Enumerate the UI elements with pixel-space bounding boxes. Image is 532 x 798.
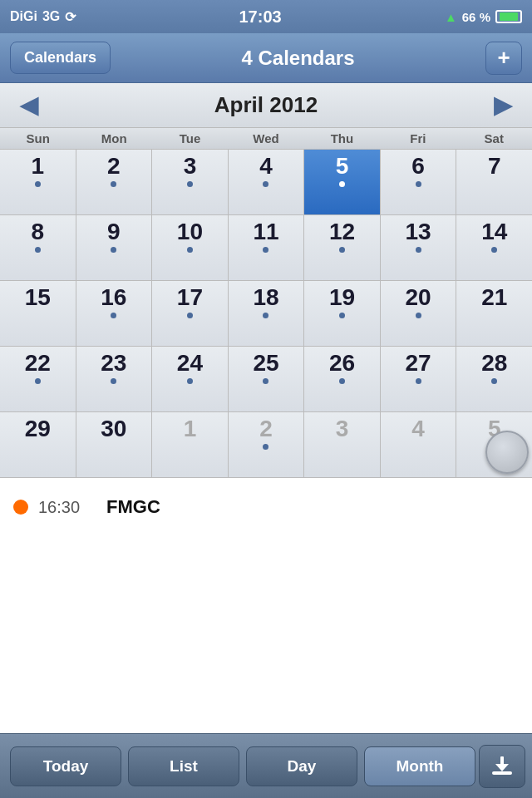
day-header-sun: Sun [0, 128, 76, 149]
battery-icon [495, 10, 522, 23]
day-number: 17 [177, 286, 203, 309]
calendar-cell-9[interactable]: 9 [76, 215, 152, 280]
prev-month-button[interactable]: ◀ [17, 91, 42, 119]
calendar-cell-6[interactable]: 6 [381, 150, 456, 214]
event-dot [187, 247, 193, 253]
status-right: ▲ 66 % [445, 10, 522, 24]
bottom-toolbar: Today List Day Month [0, 733, 532, 798]
event-dot [263, 444, 268, 450]
day-number: 25 [253, 352, 278, 375]
day-number: 12 [329, 220, 355, 244]
event-dot [263, 313, 268, 318]
calendar-cell-23[interactable]: 23 [76, 347, 152, 411]
event-item[interactable]: 16:30FMGC [13, 491, 519, 523]
calendar-cell-17[interactable]: 17 [152, 281, 228, 346]
event-time: 16:30 [38, 498, 96, 517]
calendar-cell-20[interactable]: 20 [381, 281, 456, 346]
next-month-button[interactable]: ▶ [490, 91, 515, 119]
calendar-cell-13[interactable]: 13 [381, 215, 456, 280]
today-button[interactable]: Today [10, 746, 121, 786]
status-bar: DiGi 3G ⟳ 17:03 ▲ 66 % [0, 0, 532, 33]
battery-percent: 66 % [462, 10, 490, 24]
calendar-cell-14[interactable]: 14 [456, 215, 532, 280]
svg-marker-2 [495, 764, 509, 771]
calendar-cell-8[interactable]: 8 [0, 215, 76, 280]
event-dot [416, 313, 421, 318]
event-dot [339, 313, 345, 318]
day-header-thu: Thu [304, 128, 380, 149]
day-header-sat: Sat [456, 128, 532, 149]
content-area: ◀ April 2012 ▶ SunMonTueWedThuFriSat 123… [0, 83, 532, 733]
day-number: 3 [184, 155, 197, 178]
day-header-tue: Tue [152, 128, 228, 149]
calendar-cell-15[interactable]: 15 [0, 281, 76, 346]
event-dot [35, 247, 41, 253]
event-dot [416, 247, 421, 253]
calendar-cell-18[interactable]: 18 [229, 281, 304, 346]
month-button[interactable]: Month [364, 746, 475, 786]
list-button[interactable]: List [128, 746, 239, 786]
location-icon: ▲ [445, 10, 457, 24]
day-number: 4 [259, 155, 273, 178]
calendar-cell-4[interactable]: 4 [229, 150, 304, 214]
calendar-cell-other-3[interactable]: 3 [304, 412, 380, 477]
day-number: 10 [177, 220, 203, 244]
day-headers: SunMonTueWedThuFriSat [0, 128, 532, 150]
calendar-cell-27[interactable]: 27 [381, 347, 456, 411]
day-number: 2 [107, 155, 121, 178]
event-dot [491, 247, 497, 253]
calendar-cell-30[interactable]: 30 [76, 412, 152, 477]
month-title: April 2012 [214, 92, 318, 118]
day-button[interactable]: Day [246, 746, 357, 786]
calendar-cell-other-4[interactable]: 4 [381, 412, 456, 477]
day-number: 1 [184, 417, 197, 441]
calendar-cell-3[interactable]: 3 [152, 150, 228, 214]
calendar-cell-11[interactable]: 11 [229, 215, 304, 280]
day-number: 26 [329, 352, 355, 375]
day-header-wed: Wed [228, 128, 303, 149]
day-number: 30 [101, 417, 126, 441]
calendar-cell-16[interactable]: 16 [76, 281, 152, 346]
calendar-cell-12[interactable]: 12 [304, 215, 380, 280]
calendar-cell-26[interactable]: 26 [304, 347, 380, 411]
event-dot [263, 247, 268, 253]
home-button-overlay [485, 431, 529, 474]
calendar-cell-2[interactable]: 2 [76, 150, 152, 214]
events-area: 16:30FMGC [0, 478, 532, 619]
day-number: 4 [411, 417, 425, 441]
day-number: 23 [101, 352, 126, 375]
calendar-cell-other-2[interactable]: 2 [229, 412, 304, 477]
calendar-cell-7[interactable]: 7 [456, 150, 532, 214]
event-dot [187, 378, 193, 384]
calendar-cell-1[interactable]: 1 [0, 150, 76, 214]
day-number: 16 [101, 286, 126, 309]
calendar-cell-25[interactable]: 25 [229, 347, 304, 411]
calendars-button[interactable]: Calendars [10, 42, 111, 74]
day-header-fri: Fri [380, 128, 456, 149]
network-label: 3G [42, 9, 60, 24]
calendar-cell-22[interactable]: 22 [0, 347, 76, 411]
calendar-cell-other-1[interactable]: 1 [152, 412, 228, 477]
calendar-grid: 1234567891011121314151617181920212223242… [0, 150, 532, 478]
day-number: 20 [406, 286, 431, 309]
download-button[interactable] [479, 745, 525, 788]
add-calendar-button[interactable]: + [485, 42, 522, 75]
calendar-cell-5[interactable]: 5 [304, 150, 380, 214]
calendar-cell-29[interactable]: 29 [0, 412, 76, 477]
calendar-cell-24[interactable]: 24 [152, 347, 228, 411]
event-dot [416, 378, 421, 384]
status-left: DiGi 3G ⟳ [10, 9, 76, 25]
calendar-cell-19[interactable]: 19 [304, 281, 380, 346]
event-dot [111, 378, 116, 384]
event-dot [339, 181, 345, 187]
calendar-cell-10[interactable]: 10 [152, 215, 228, 280]
spacer [0, 619, 532, 734]
loading-icon: ⟳ [65, 9, 76, 25]
calendar-cell-other-5[interactable]: 5 [456, 412, 532, 477]
event-color-dot [13, 500, 28, 515]
calendar-cell-21[interactable]: 21 [456, 281, 532, 346]
calendar-cell-28[interactable]: 28 [456, 347, 532, 411]
download-icon [490, 755, 514, 778]
event-dot [111, 247, 116, 253]
day-number: 27 [406, 352, 431, 375]
